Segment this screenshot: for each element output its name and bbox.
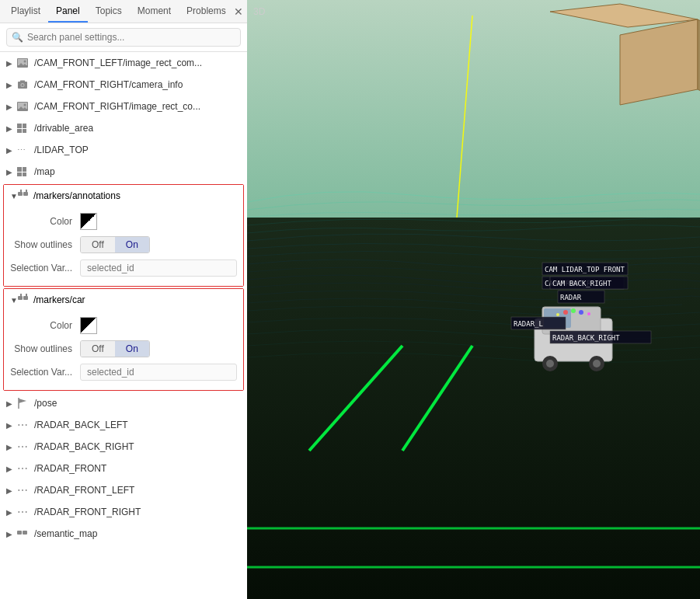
svg-point-43 [579,310,583,315]
item-label: /RADAR_FRONT [34,463,106,474]
flag-icon [17,398,31,409]
search-icon: 🔍 [12,32,23,43]
svg-text:RADAR_L: RADAR_L [514,320,543,328]
list-item[interactable]: ▶ /drivable_area [0,117,247,139]
tab-panel[interactable]: Panel [48,0,88,23]
item-label: /CAM_FRONT_LEFT/image_rect_com... [34,57,202,68]
expand-arrow: ▶ [6,530,17,538]
list-item[interactable]: ▶ /CAM_FRONT_RIGHT/camera_info [0,74,247,96]
list-item[interactable]: ▶ ⋯ /RADAR_BACK_LEFT [0,414,247,436]
item-label: /RADAR_FRONT_RIGHT [34,507,141,517]
expand-arrow: ▶ [6,168,17,176]
dots-icon: ⋯ [17,507,31,517]
expand-arrow: ▶ [6,103,17,111]
list-item[interactable]: ▶ ⋯ /LIDAR_TOP [0,139,247,161]
svg-text:RADAR_BACK_RIGHT: RADAR_BACK_RIGHT [552,334,620,342]
outlines-off-button[interactable]: Off [81,341,115,357]
selection-var-row: Selection Var... [10,360,237,384]
svg-point-3 [24,61,26,63]
selection-var-input[interactable] [80,364,237,381]
item-label: /map [34,166,55,177]
list-item[interactable]: ▶ ⋯ /RADAR_FRONT_RIGHT [0,501,247,523]
selection-var-input[interactable] [80,259,237,277]
selection-var-label: Selection Var... [10,367,80,378]
markers-car-header[interactable]: ▼ /markers/car [4,289,243,311]
grid-icon [17,166,31,177]
list-item[interactable]: ▶ /CAM_FRONT_RIGHT/image_rect_co... [0,96,247,117]
marker-icon [18,294,30,307]
svg-rect-1 [18,59,27,65]
color-swatch[interactable] [80,317,97,334]
item-label: /LIDAR_TOP [34,145,89,155]
outlines-off-button[interactable]: Off [81,237,115,252]
markers-annotations-header[interactable]: ▼ /markers/annotations [4,185,243,207]
collapse-arrow: ▼ [10,192,18,200]
markers-car-settings: Color Show outlines Off On Selection Var… [4,311,243,390]
expand-arrow: ▶ [6,421,17,430]
selection-var-row: Selection Var... [10,256,237,280]
item-label: /RADAR_FRONT_LEFT [34,485,134,496]
svg-text:RADAR: RADAR [560,294,582,301]
color-swatch[interactable] [80,213,97,230]
svg-rect-7 [20,81,25,82]
svg-rect-19 [26,294,27,296]
outlines-on-button[interactable]: On [115,237,149,252]
panel-title: 3D [253,6,265,17]
tab-topics[interactable]: Topics [88,0,130,23]
expand-arrow: ▶ [6,443,17,451]
list-item[interactable]: ▶ ⋯ /RADAR_FRONT_LEFT [0,479,247,501]
image-icon [17,101,31,112]
dots-icon: ⋯ [17,463,31,474]
svg-point-45 [587,312,590,315]
expand-arrow: ▶ [6,146,17,155]
svg-point-40 [593,360,601,367]
collapse-arrow: ▼ [10,296,18,305]
svg-point-11 [24,104,26,106]
svg-rect-15 [26,190,27,192]
markers-annotations-section: ▼ /markers/annotations Color Show outlin… [3,184,244,287]
show-outlines-row: Show outlines Off On [10,233,237,256]
list-item[interactable]: ▶ ⋯ /RADAR_FRONT [0,458,247,479]
outlines-on-button[interactable]: On [115,341,149,357]
tab-moment[interactable]: Moment [130,0,179,23]
color-label: Color [10,320,80,331]
list-item[interactable]: ▶ ⋯ /RADAR_BACK_RIGHT [0,436,247,458]
svg-rect-17 [23,296,28,300]
expand-arrow: ▶ [6,399,17,408]
3d-panel[interactable]: 3D [247,0,700,599]
camera-icon [17,79,31,90]
expand-arrow: ▶ [6,465,17,473]
section-label: /markers/annotations [33,190,120,201]
list-item[interactable]: ▶ /map [0,161,247,183]
left-panel: Playlist Panel Topics Moment Problems ✕ … [0,0,247,599]
close-button[interactable]: ✕ [234,4,244,19]
svg-point-38 [546,360,554,367]
svg-rect-16 [18,296,23,300]
tab-problems[interactable]: Problems [179,0,234,23]
outlines-toggle: Off On [80,340,150,357]
expand-arrow: ▶ [6,59,17,68]
item-label: /RADAR_BACK_LEFT [34,420,128,430]
color-label: Color [10,216,80,227]
tab-playlist[interactable]: Playlist [3,0,48,23]
svg-rect-12 [18,192,23,196]
svg-rect-13 [23,192,28,196]
color-row: Color [10,210,237,233]
list-item[interactable]: ▶ /pose [0,392,247,414]
svg-point-41 [563,310,568,315]
item-label: /RADAR_BACK_RIGHT [34,441,134,452]
dots-icon: ⋯ [17,145,31,155]
list-item[interactable]: ▶ /semantic_map [0,523,247,545]
tab-bar: Playlist Panel Topics Moment Problems ✕ [0,0,247,23]
svg-marker-21 [19,399,26,403]
show-outlines-label: Show outlines [10,239,80,250]
svg-rect-23 [23,531,27,535]
expand-arrow: ▶ [6,124,17,133]
search-input[interactable] [6,28,241,47]
search-bar: 🔍 [0,23,247,52]
marker-icon [17,528,31,539]
color-row: Color [10,314,237,337]
svg-point-6 [22,84,24,86]
list-item[interactable]: ▶ /CAM_FRONT_LEFT/image_rect_com... [0,52,247,74]
svg-marker-31 [620,19,698,105]
